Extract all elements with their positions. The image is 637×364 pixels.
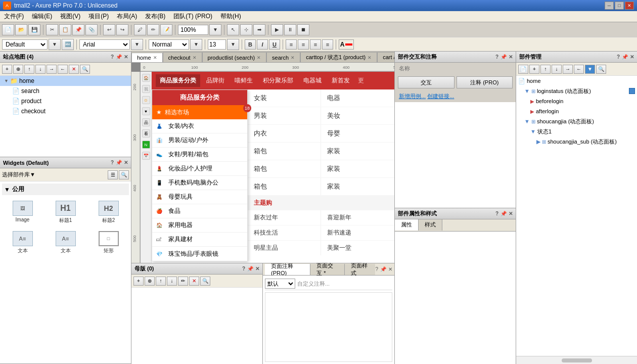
sitemap-search-btn[interactable]: 🔍 [80, 65, 90, 74]
comp-close-icon[interactable]: ✕ [630, 54, 634, 60]
font-selector[interactable]: Arial [79, 39, 130, 50]
menu-layout[interactable]: 布局(A) [113, 11, 141, 22]
prop-close-icon[interactable]: ✕ [509, 211, 513, 216]
redo-btn[interactable]: ↪ [116, 24, 128, 35]
comp-item-afterlogin[interactable]: ▶ afterlogin [516, 106, 637, 116]
close-button[interactable]: ✕ [625, 2, 634, 10]
menu-team[interactable]: 团队(T) (PRO) [169, 11, 216, 22]
style-icon-btn[interactable]: 🔤 [62, 39, 74, 50]
preview-btn[interactable]: ▶ [271, 24, 283, 35]
ann-close-icon[interactable]: ✕ [388, 266, 392, 272]
side-icon-brand[interactable]: 品 [142, 118, 150, 126]
tree-item-search[interactable]: 📄 search [0, 86, 131, 96]
nav-item-menu[interactable]: 商品服务分类 [156, 74, 200, 87]
font-color-btn[interactable]: A [339, 39, 354, 50]
widget-h1[interactable]: H1 标题1 [45, 198, 86, 226]
pointer-btn[interactable]: ↖ [227, 24, 239, 35]
tree-item-checkout[interactable]: 📄 checkout [0, 106, 131, 116]
create-link[interactable]: 创建链接... [427, 93, 454, 99]
side-icon-my[interactable]: 我 [142, 85, 150, 93]
product-jia-zhuang3[interactable]: 家装 [321, 178, 394, 195]
format2-btn[interactable]: ✏ [147, 24, 159, 35]
menu-tech[interactable]: 📱 手机数码/电脑办公 [152, 176, 247, 190]
open-btn[interactable]: 📂 [15, 24, 27, 35]
nav-item-fresh[interactable]: 喵鲜生 [231, 74, 257, 87]
style-selector[interactable]: Default [2, 39, 48, 50]
zoom-input[interactable] [178, 25, 208, 35]
ann-help-icon[interactable]: ? [375, 266, 378, 272]
widgets-menu-btn[interactable]: ☰ [108, 170, 118, 179]
comp-loginstatus-checkbox[interactable] [629, 88, 635, 94]
comp-scrollbar[interactable] [516, 356, 637, 364]
align-center-btn[interactable]: ≡ [298, 39, 309, 50]
tree-item-home[interactable]: ▼ 📁 home [0, 76, 131, 86]
master-up-btn[interactable]: ↑ [156, 277, 166, 286]
titlebar-controls[interactable]: ─ □ ✕ [605, 2, 634, 10]
side-icon-fav[interactable]: ♥ [142, 107, 150, 115]
canvas-viewport[interactable]: 🏠 我 ⊙ ♥ 品 看 N 📅 商品服务分类 品牌街 喵鲜生 积 [141, 72, 394, 263]
inter-pin-icon[interactable]: 📌 [500, 54, 507, 60]
side-icon-1[interactable]: 🏠 [142, 74, 150, 82]
menu-mens[interactable]: 👔 男装/运动/户外 [152, 133, 247, 148]
format3-btn[interactable]: 📝 [160, 24, 172, 35]
menu-jewelry[interactable]: 💎 珠宝饰品/手表眼镜 [152, 247, 247, 261]
comp-search-btn[interactable]: 🔍 [596, 65, 606, 74]
widget-text2[interactable]: A≡ 文本 [45, 229, 86, 257]
undo-btn[interactable]: ↩ [103, 24, 115, 35]
widget-rect[interactable]: □ 矩形 [88, 229, 129, 257]
bold-btn[interactable]: B [245, 39, 256, 50]
maximize-button[interactable]: □ [615, 2, 624, 10]
theme-new-books[interactable]: 新书速递 [321, 225, 394, 240]
prop-help-icon[interactable]: ? [495, 211, 498, 216]
widget-h2[interactable]: H2 标题2 [88, 198, 129, 226]
menu-file[interactable]: 文件(F) [0, 11, 28, 22]
zoom-dropdown[interactable]: ▼ [209, 24, 221, 35]
new-btn[interactable]: 📄 [2, 24, 14, 35]
prop-pin-icon[interactable]: 📌 [500, 211, 507, 216]
size-btn[interactable]: ▼ [227, 39, 239, 50]
comp-btn4[interactable]: ↓ [552, 65, 562, 74]
paste-special-btn[interactable]: 📎 [85, 24, 98, 35]
font-btn[interactable]: ▼ [131, 39, 143, 50]
comp-btn6[interactable]: ← [574, 65, 584, 74]
theme-celebrity[interactable]: 明星主品 [248, 241, 321, 255]
master-close-icon[interactable]: ✕ [255, 266, 259, 271]
nav-item-more[interactable]: 更 [356, 74, 366, 87]
tab-search[interactable]: search ✕ [266, 52, 300, 62]
theme-new-year-clothes[interactable]: 新衣过年 [248, 210, 321, 225]
master-down-btn[interactable]: ↓ [167, 277, 177, 286]
sitemap-add-child-btn[interactable]: ⊕ [13, 65, 23, 74]
nav-item-electronics[interactable]: 电器城 [299, 74, 326, 87]
tab-home-close[interactable]: ✕ [153, 55, 157, 60]
theme-tech-life[interactable]: 科技生活 [248, 225, 321, 240]
master-add2-btn[interactable]: ⊕ [145, 277, 155, 286]
style-btn[interactable]: ▼ [49, 39, 61, 50]
widgets-close-icon[interactable]: ✕ [124, 160, 128, 165]
widgets-help-icon[interactable]: ? [111, 160, 114, 165]
product-dian-qi[interactable]: 电器 [321, 89, 394, 107]
prop-tab-style[interactable]: 样式 [419, 219, 442, 231]
nav-item-brand[interactable]: 品牌街 [202, 74, 229, 87]
align-right-btn[interactable]: ≡ [310, 39, 321, 50]
sitemap-close-icon[interactable]: ✕ [124, 54, 128, 60]
product-xiang-bao2[interactable]: 箱包 [248, 160, 321, 177]
comp-filter-btn[interactable]: ▼ [585, 65, 595, 74]
tab-carttop[interactable]: carttop / 状态1 (product) ✕ [300, 52, 377, 62]
weight-selector[interactable]: Normal [149, 39, 189, 50]
master-pin-icon[interactable]: 📌 [247, 266, 253, 271]
menu-furniture[interactable]: 🛋 家具建材 [152, 233, 247, 247]
comp-item-shoucangjia[interactable]: ▼ ⊞ shoucangjia (动态面板) [516, 116, 637, 126]
master-edit-btn[interactable]: ✏ [178, 277, 188, 286]
product-nan-zhuang[interactable]: 男装 [248, 107, 321, 124]
menu-womens[interactable]: 👗 女装/内衣 [152, 119, 247, 133]
nav-item-points[interactable]: 积分聚乐部 [259, 74, 297, 87]
comp-btn3[interactable]: ↑ [540, 65, 551, 74]
size-input[interactable] [208, 39, 226, 50]
menu-appliance[interactable]: 🏠 家用电器 [152, 218, 247, 233]
paste-btn[interactable]: 📌 [72, 24, 84, 35]
weight-btn[interactable]: ▼ [190, 39, 202, 50]
sitemap-delete-btn[interactable]: ✕ [69, 65, 79, 74]
master-help-icon[interactable]: ? [242, 266, 245, 271]
save-btn[interactable]: 💾 [28, 24, 40, 35]
inter-close-icon[interactable]: ✕ [509, 54, 513, 60]
